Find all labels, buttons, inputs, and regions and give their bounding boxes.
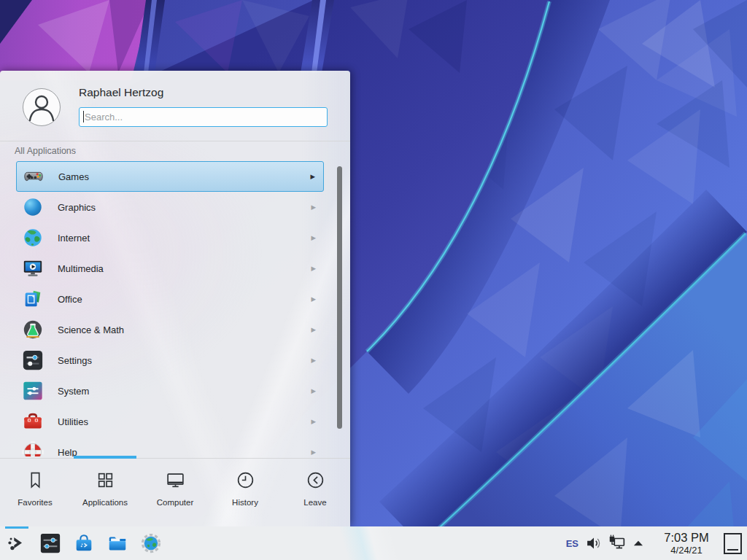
taskbar-launchers — [0, 532, 174, 554]
tab-label: Computer — [157, 498, 194, 507]
tab-label: History — [232, 498, 258, 507]
globe-gear-icon[interactable] — [140, 532, 162, 554]
menu-category-label: Help — [58, 447, 77, 457]
tab-computer[interactable]: Computer — [140, 459, 210, 526]
section-label: All Applications — [15, 146, 76, 156]
active-tab-indicator — [74, 456, 136, 459]
menu-category-games[interactable]: Games ▶ — [16, 161, 324, 192]
submenu-arrow-icon: ▶ — [311, 235, 316, 241]
text-caret — [83, 111, 84, 122]
tab-label: Applications — [82, 498, 128, 507]
sphere-icon — [22, 196, 44, 218]
expand-arrow-icon[interactable] — [632, 533, 645, 553]
menu-category-label: Utilities — [58, 416, 88, 427]
documents-icon — [22, 288, 44, 310]
menu-category-office[interactable]: Office ▶ — [16, 284, 324, 314]
menu-category-multimedia[interactable]: Multimedia ▶ — [16, 253, 324, 284]
kde-launcher-icon[interactable] — [6, 532, 28, 554]
flask-icon — [22, 319, 44, 341]
clock-date: 4/24/21 — [655, 545, 718, 555]
computer-icon — [166, 470, 185, 493]
tab-leave[interactable]: Leave — [280, 459, 350, 526]
application-launcher-popup: Raphael Hertzog All Applications — [0, 71, 350, 526]
user-name: Raphael Hertzog — [79, 86, 163, 99]
submenu-arrow-icon: ▶ — [311, 449, 316, 456]
clock-time: 7:03 PM — [655, 532, 718, 544]
system-settings-icon[interactable] — [39, 532, 61, 554]
sliders-color-icon — [22, 380, 44, 402]
menu-category-science-math[interactable]: Science & Math ▶ — [16, 314, 324, 345]
tab-history[interactable]: History — [210, 459, 280, 526]
header-separator — [0, 141, 350, 141]
submenu-arrow-icon: ▶ — [311, 327, 316, 333]
user-avatar[interactable] — [23, 88, 61, 126]
menu-category-label: Settings — [58, 355, 92, 366]
menu-category-label: System — [58, 386, 89, 397]
media-monitor-icon — [22, 257, 44, 279]
user-icon — [23, 89, 60, 125]
bookmark-icon — [26, 470, 45, 493]
app-grid-icon — [96, 470, 115, 493]
menu-category-label: Graphics — [58, 202, 96, 213]
lifebuoy-icon — [22, 441, 44, 456]
leave-icon — [306, 470, 325, 493]
submenu-arrow-icon: ▶ — [310, 174, 315, 180]
menu-category-label: Games — [58, 171, 89, 182]
submenu-arrow-icon: ▶ — [311, 419, 316, 425]
tab-applications[interactable]: Applications — [70, 459, 140, 526]
tab-label: Leave — [303, 498, 326, 507]
menu-category-help[interactable]: Help ▶ — [16, 437, 324, 456]
search-input[interactable] — [79, 107, 328, 127]
keyboard-layout-indicator[interactable]: ES — [566, 538, 578, 549]
menu-category-label: Office — [58, 294, 82, 305]
taskbar: ES — [0, 526, 747, 560]
menu-category-label: Multimedia — [58, 263, 104, 274]
sliders-dark-icon — [22, 349, 44, 371]
history-clock-icon — [236, 470, 255, 493]
network-icon[interactable] — [608, 533, 627, 553]
submenu-arrow-icon: ▶ — [311, 357, 316, 364]
tab-favorites[interactable]: Favorites — [0, 459, 70, 526]
menu-category-internet[interactable]: Internet ▶ — [16, 222, 324, 253]
tab-label: Favorites — [18, 498, 52, 507]
launcher-tab-bar: Favorites Applications — [0, 458, 350, 526]
folder-icon[interactable] — [107, 532, 128, 554]
toolbox-icon — [22, 411, 44, 432]
show-desktop-widget[interactable] — [724, 533, 742, 554]
system-tray: ES — [566, 532, 747, 555]
globe-icon — [22, 227, 44, 249]
discover-bag-icon[interactable] — [73, 532, 95, 554]
volume-icon[interactable] — [584, 533, 603, 553]
menu-category-graphics[interactable]: Graphics ▶ — [16, 192, 324, 222]
menu-category-settings[interactable]: Settings ▶ — [16, 345, 324, 376]
menu-category-label: Internet — [58, 233, 90, 244]
menu-category-label: Science & Math — [58, 324, 124, 335]
submenu-arrow-icon: ▶ — [311, 296, 316, 303]
category-list: Games ▶ Graphics ▶ — [0, 161, 350, 456]
digital-clock[interactable]: 7:03 PM 4/24/21 — [655, 532, 718, 555]
submenu-arrow-icon: ▶ — [311, 265, 316, 272]
menu-category-system[interactable]: System ▶ — [16, 376, 324, 406]
submenu-arrow-icon: ▶ — [311, 388, 316, 394]
submenu-arrow-icon: ▶ — [311, 204, 316, 211]
menu-category-utilities[interactable]: Utilities ▶ — [16, 406, 324, 437]
gamepad-icon — [23, 166, 44, 187]
desktop: Raphael Hertzog All Applications — [0, 0, 747, 560]
active-task-indicator — [5, 526, 28, 529]
scrollbar-thumb[interactable] — [337, 166, 342, 429]
